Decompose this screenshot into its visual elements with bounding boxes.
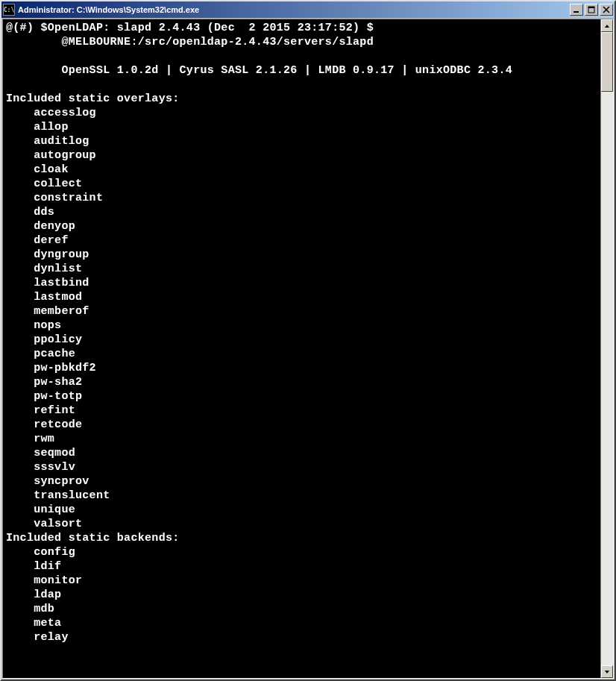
terminal-output[interactable]: @(#) $OpenLDAP: slapd 2.4.43 (Dec 2 2015… (3, 19, 600, 678)
scroll-down-button[interactable] (601, 665, 613, 678)
close-button[interactable] (600, 4, 613, 16)
scroll-up-button[interactable] (601, 19, 613, 32)
minimize-icon (573, 6, 580, 13)
scroll-track[interactable] (601, 32, 613, 665)
cmd-icon: C:\ (3, 4, 15, 16)
svg-rect-2 (588, 7, 594, 8)
titlebar[interactable]: C:\ Administrator: C:\Windows\System32\c… (1, 1, 615, 18)
maximize-button[interactable] (585, 4, 598, 16)
vertical-scrollbar[interactable] (600, 19, 613, 678)
cmd-window: C:\ Administrator: C:\Windows\System32\c… (0, 0, 616, 681)
maximize-icon (588, 6, 595, 13)
window-title: Administrator: C:\Windows\System32\cmd.e… (18, 5, 570, 14)
minimize-button[interactable] (570, 4, 583, 16)
arrow-up-icon (604, 23, 610, 29)
scroll-thumb[interactable] (601, 32, 613, 92)
cmd-icon-label: C:\ (4, 7, 14, 13)
arrow-down-icon (604, 669, 610, 675)
window-controls (570, 4, 613, 16)
svg-rect-0 (573, 11, 579, 13)
close-icon (603, 6, 610, 13)
client-area: @(#) $OpenLDAP: slapd 2.4.43 (Dec 2 2015… (2, 19, 614, 679)
